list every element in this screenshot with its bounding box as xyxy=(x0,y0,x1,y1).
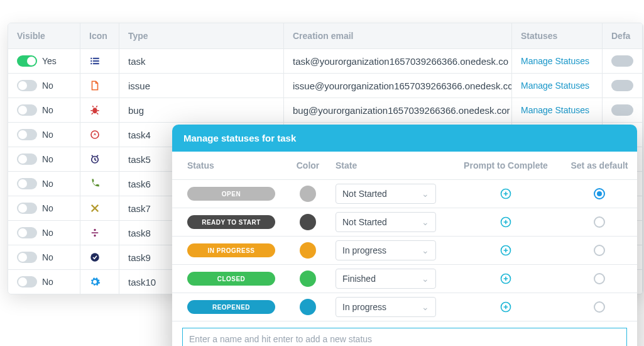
default-cell xyxy=(603,49,643,73)
visible-toggle[interactable] xyxy=(17,227,37,238)
default-radio[interactable] xyxy=(594,245,605,256)
visible-toggle[interactable] xyxy=(17,153,37,165)
color-swatch[interactable] xyxy=(300,242,316,259)
plus-circle-icon[interactable] xyxy=(499,301,512,313)
visible-label: No xyxy=(42,81,53,91)
state-select-value: Not Started xyxy=(342,217,387,227)
manage-statuses-link[interactable]: Manage Statuses xyxy=(521,56,589,66)
icon-cell xyxy=(80,172,119,196)
visible-cell: No xyxy=(8,123,80,147)
svg-point-11 xyxy=(94,235,96,237)
state-cell: Not Started⌄ xyxy=(330,208,450,236)
status-pill[interactable]: REOPENED xyxy=(187,300,275,314)
default-cell xyxy=(562,213,637,232)
state-select[interactable]: In progress⌄ xyxy=(336,297,436,317)
visible-label: No xyxy=(42,277,53,287)
table-row: Noissueissue@yourorganization16570392663… xyxy=(8,74,643,98)
status-pill[interactable]: IN PROGRESS xyxy=(187,243,275,257)
col-status: Status xyxy=(172,152,285,179)
plus-circle-icon[interactable] xyxy=(499,272,512,285)
default-cell xyxy=(603,98,643,122)
visible-cell: Yes xyxy=(8,49,80,73)
state-select-value: In progress xyxy=(342,302,386,312)
email-cell: bug@yourorganization1657039266366.onedes… xyxy=(284,98,512,122)
color-swatch[interactable] xyxy=(300,214,316,230)
col-type: Type xyxy=(119,23,284,48)
status-cell: OPEN xyxy=(172,183,285,204)
svg-rect-3 xyxy=(93,60,99,62)
visible-label: No xyxy=(42,130,53,140)
alarm-icon xyxy=(89,153,101,165)
plus-circle-icon[interactable] xyxy=(499,244,512,257)
status-pill[interactable]: READY TO START xyxy=(187,215,275,229)
icon-cell xyxy=(80,49,119,73)
svg-point-6 xyxy=(92,108,97,113)
visible-toggle[interactable] xyxy=(17,276,37,287)
default-cell xyxy=(562,298,637,316)
default-radio[interactable] xyxy=(594,188,605,199)
default-pill[interactable] xyxy=(611,55,633,67)
new-status-input[interactable] xyxy=(182,328,627,346)
default-cell xyxy=(562,184,637,203)
prompt-cell xyxy=(450,212,562,232)
status-cell: REOPENED xyxy=(172,296,285,318)
color-cell xyxy=(285,295,330,319)
manage-statuses-modal: Manage statuses for task Status Color St… xyxy=(172,125,637,346)
svg-rect-0 xyxy=(90,58,92,59)
plus-circle-icon[interactable] xyxy=(499,216,512,228)
type-cell: issue xyxy=(119,74,284,98)
col-set-default: Set as default xyxy=(562,152,637,179)
default-radio[interactable] xyxy=(594,273,605,284)
default-radio[interactable] xyxy=(594,216,605,228)
statuses-cell: Manage Statuses xyxy=(512,49,603,73)
status-pill[interactable]: CLOSED xyxy=(187,272,275,286)
visible-toggle[interactable] xyxy=(17,80,37,91)
color-swatch[interactable] xyxy=(300,271,316,287)
color-swatch[interactable] xyxy=(300,186,316,202)
state-cell: In progress⌄ xyxy=(330,237,450,264)
statuses-cell: Manage Statuses xyxy=(512,98,603,122)
chevron-down-icon: ⌄ xyxy=(422,274,429,284)
visible-toggle[interactable] xyxy=(17,203,37,214)
status-row: OPENNot Started⌄ xyxy=(172,180,637,208)
state-select[interactable]: Not Started⌄ xyxy=(336,212,436,232)
chevron-down-icon: ⌄ xyxy=(422,245,429,255)
state-select-value: Not Started xyxy=(342,189,387,199)
color-cell xyxy=(285,267,330,291)
visible-toggle[interactable] xyxy=(17,55,37,67)
state-select-value: Finished xyxy=(342,274,376,284)
type-cell: bug xyxy=(119,98,284,122)
state-select[interactable]: Finished⌄ xyxy=(336,269,436,289)
visible-toggle[interactable] xyxy=(17,178,37,189)
bug-icon xyxy=(89,104,101,116)
visible-label: Yes xyxy=(42,56,57,66)
col-email: Creation email xyxy=(284,23,512,48)
svg-rect-2 xyxy=(90,60,92,62)
status-row: IN PROGRESSIn progress⌄ xyxy=(172,237,637,265)
status-cell: IN PROGRESS xyxy=(172,240,285,261)
icon-cell xyxy=(80,123,119,147)
state-select[interactable]: In progress⌄ xyxy=(336,240,436,260)
default-radio[interactable] xyxy=(594,301,605,313)
visible-toggle[interactable] xyxy=(17,104,37,116)
state-cell: Not Started⌄ xyxy=(330,180,450,208)
visible-cell: No xyxy=(8,221,80,245)
gear-icon xyxy=(89,276,101,287)
visible-toggle[interactable] xyxy=(17,252,37,263)
default-pill[interactable] xyxy=(611,80,633,91)
default-pill[interactable] xyxy=(611,104,633,116)
state-select-value: In progress xyxy=(342,245,386,255)
icon-cell xyxy=(80,147,119,171)
manage-statuses-link[interactable]: Manage Statuses xyxy=(521,81,589,91)
default-cell xyxy=(562,269,637,288)
status-pill[interactable]: OPEN xyxy=(187,187,275,201)
visible-toggle[interactable] xyxy=(17,129,37,140)
table-row: Yestasktask@yourorganization165703926636… xyxy=(8,49,643,74)
color-swatch[interactable] xyxy=(300,299,316,315)
chevron-down-icon: ⌄ xyxy=(422,217,429,227)
state-select[interactable]: Not Started⌄ xyxy=(336,184,436,204)
manage-statuses-link[interactable]: Manage Statuses xyxy=(521,105,589,115)
plus-circle-icon[interactable] xyxy=(499,187,512,200)
svg-rect-4 xyxy=(90,63,92,64)
email-cell: task@yourorganization1657039266366.onede… xyxy=(284,49,512,73)
